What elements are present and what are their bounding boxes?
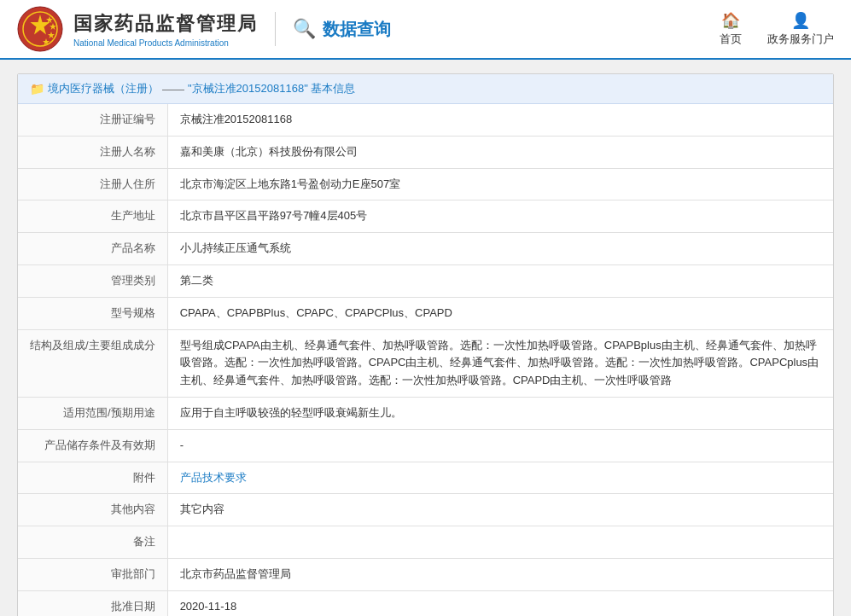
table-row: 其他内容其它内容 (18, 494, 833, 526)
search-icon: 🔍 (293, 18, 316, 40)
nav-home[interactable]: 🏠 首页 (720, 11, 742, 47)
breadcrumb-separator: —— (162, 83, 184, 96)
attachment-link[interactable]: 产品技术要求 (180, 471, 247, 484)
row-label: 适用范围/预期用途 (18, 397, 167, 429)
row-label: 型号规格 (18, 297, 167, 329)
table-row: 备注 (18, 526, 833, 559)
row-value: 嘉和美康（北京）科技股份有限公司 (167, 136, 833, 168)
header-nav: 🏠 首页 👤 政务服务门户 (720, 11, 834, 47)
row-value: 北京市药品监督管理局 (167, 558, 833, 590)
row-label: 其他内容 (18, 494, 167, 526)
row-label: 产品储存条件及有效期 (18, 429, 167, 462)
table-row: 管理类别第二类 (18, 264, 833, 297)
table-row: 批准日期2020-11-18 (18, 590, 833, 616)
row-value: CPAPA、CPAPBPlus、CPAPC、CPAPCPlus、CPAPD (167, 297, 833, 329)
row-label: 生产地址 (18, 200, 167, 233)
nav-home-label: 首页 (720, 32, 742, 47)
row-label: 结构及组成/主要组成成分 (18, 329, 167, 397)
header-divider (275, 12, 276, 46)
row-value: 产品技术要求 (167, 462, 833, 494)
row-value: 2020-11-18 (167, 590, 833, 616)
table-row: 审批部门北京市药品监督管理局 (18, 558, 833, 590)
logo-cn: 国家药品监督管理局 (73, 11, 258, 37)
row-value: - (167, 429, 833, 462)
nav-service[interactable]: 👤 政务服务门户 (767, 11, 834, 47)
table-row: 产品储存条件及有效期- (18, 429, 833, 462)
logo-text: 国家药品监督管理局 National Medical Products Admi… (73, 11, 258, 48)
page-header: 国家药品监督管理局 National Medical Products Admi… (0, 0, 851, 60)
table-row: 生产地址北京市昌平区昌平路97号7幢4层405号 (18, 200, 833, 233)
breadcrumb-current: "京械注准20152081168" 基本信息 (188, 81, 355, 96)
row-label: 备注 (18, 526, 167, 559)
logo-emblem (17, 6, 63, 52)
breadcrumb: 📁 境内医疗器械（注册） —— "京械注准20152081168" 基本信息 (18, 74, 833, 104)
table-row: 结构及组成/主要组成成分型号组成CPAPA由主机、经鼻通气套件、加热呼吸管路。选… (18, 329, 833, 397)
header-search-section: 🔍 数据查询 (293, 18, 391, 41)
table-row: 适用范围/预期用途应用于自主呼吸较强的轻型呼吸衰竭新生儿。 (18, 397, 833, 429)
row-value: 京械注准20152081168 (167, 104, 833, 136)
search-label: 数据查询 (323, 18, 391, 41)
row-value (167, 526, 833, 559)
person-icon: 👤 (791, 11, 810, 30)
row-value: 应用于自主呼吸较强的轻型呼吸衰竭新生儿。 (167, 397, 833, 429)
row-label: 产品名称 (18, 233, 167, 265)
logo-area: 国家药品监督管理局 National Medical Products Admi… (17, 6, 258, 52)
main-content: 📁 境内医疗器械（注册） —— "京械注准20152081168" 基本信息 注… (0, 60, 851, 616)
table-row: 附件产品技术要求 (18, 462, 833, 494)
breadcrumb-icon: 📁 (30, 82, 44, 96)
logo-en: National Medical Products Administration (73, 38, 258, 48)
row-label: 批准日期 (18, 590, 167, 616)
home-icon: 🏠 (721, 11, 740, 30)
table-row: 注册人名称嘉和美康（北京）科技股份有限公司 (18, 136, 833, 168)
nav-service-label: 政务服务门户 (767, 32, 834, 47)
row-value: 北京市海淀区上地东路1号盈创动力E座507室 (167, 168, 833, 200)
row-label: 注册人名称 (18, 136, 167, 168)
row-label: 注册人住所 (18, 168, 167, 200)
table-row: 产品名称小儿持续正压通气系统 (18, 233, 833, 265)
row-value: 其它内容 (167, 494, 833, 526)
row-label: 注册证编号 (18, 104, 167, 136)
content-box: 📁 境内医疗器械（注册） —— "京械注准20152081168" 基本信息 注… (17, 73, 834, 616)
row-value: 北京市昌平区昌平路97号7幢4层405号 (167, 200, 833, 233)
row-value: 小儿持续正压通气系统 (167, 233, 833, 265)
table-row: 注册证编号京械注准20152081168 (18, 104, 833, 136)
row-value: 第二类 (167, 264, 833, 297)
row-label: 附件 (18, 462, 167, 494)
row-label: 管理类别 (18, 264, 167, 297)
row-label: 审批部门 (18, 558, 167, 590)
row-value: 型号组成CPAPA由主机、经鼻通气套件、加热呼吸管路。选配：一次性加热呼吸管路。… (167, 329, 833, 397)
breadcrumb-link[interactable]: 境内医疗器械（注册） (48, 81, 159, 96)
info-table: 注册证编号京械注准20152081168注册人名称嘉和美康（北京）科技股份有限公… (18, 104, 833, 616)
table-row: 注册人住所北京市海淀区上地东路1号盈创动力E座507室 (18, 168, 833, 200)
table-row: 型号规格CPAPA、CPAPBPlus、CPAPC、CPAPCPlus、CPAP… (18, 297, 833, 329)
